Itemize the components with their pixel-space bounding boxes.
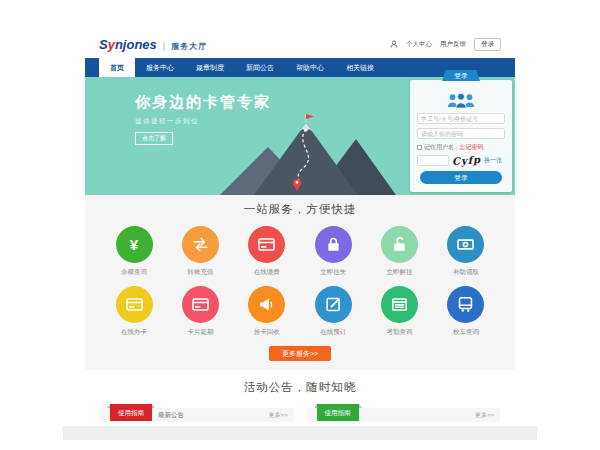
user-icon bbox=[390, 40, 398, 48]
captcha-image[interactable]: Cyfp bbox=[452, 154, 482, 167]
bus-icon bbox=[447, 286, 484, 323]
services-row-1: ¥ 余额查询 转账充值 在线缴费 立即挂失 bbox=[85, 226, 515, 277]
announcement-panels: 使用指南 最新公告 更多>> 使用指南 更多>> bbox=[85, 408, 515, 422]
service-item-school-bus[interactable]: 校车查询 bbox=[443, 286, 489, 337]
usage-guide-ribbon[interactable]: 使用指南 bbox=[317, 404, 359, 421]
service-item-unfreeze[interactable]: 立即解挂 bbox=[377, 226, 423, 277]
usage-guide-ribbon[interactable]: 使用指南 bbox=[110, 404, 152, 421]
brand-divider: | bbox=[163, 41, 166, 51]
panel-right-header: 使用指南 更多>> bbox=[307, 408, 501, 422]
service-item-transfer[interactable]: 转账充值 bbox=[177, 226, 223, 277]
megaphone-icon bbox=[248, 286, 285, 323]
service-item-card-renewal[interactable]: 卡片延期 bbox=[177, 286, 223, 337]
card-icon bbox=[248, 226, 285, 263]
topbar: Synjones | 服务大厅 个人中心 用户反馈 登录 bbox=[85, 30, 515, 58]
list-icon bbox=[381, 286, 418, 323]
nav-item-home[interactable]: 首页 bbox=[99, 58, 135, 77]
transfer-icon bbox=[182, 226, 219, 263]
more-link-left[interactable]: 更多>> bbox=[268, 411, 287, 420]
bottom-band bbox=[63, 426, 537, 440]
users-group-icon bbox=[442, 92, 480, 109]
change-captcha-link[interactable]: 换一张 bbox=[484, 156, 502, 165]
service-item-online-booking[interactable]: 在线预订 bbox=[310, 286, 356, 337]
hero-cta-button[interactable]: 点击了解 bbox=[135, 132, 173, 145]
services-section-title: 一站服务，方便快捷 bbox=[85, 202, 515, 217]
captcha-row: Cyfp 换一张 bbox=[417, 155, 505, 166]
nav-item-regulations[interactable]: 规章制度 bbox=[185, 58, 235, 77]
topbar-link-user-feedback[interactable]: 用户反馈 bbox=[440, 40, 466, 49]
service-item-online-payment[interactable]: 在线缴费 bbox=[244, 226, 290, 277]
topbar-link-personal-center[interactable]: 个人中心 bbox=[406, 40, 432, 49]
card-icon bbox=[116, 286, 153, 323]
panel-left-header: 使用指南 最新公告 更多>> bbox=[100, 408, 294, 422]
announcement-panel-right: 使用指南 更多>> bbox=[307, 408, 501, 422]
service-item-report-loss[interactable]: 立即挂失 bbox=[310, 226, 356, 277]
yen-icon: ¥ bbox=[116, 226, 153, 263]
latest-announcements-tab[interactable]: 最新公告 bbox=[158, 411, 184, 420]
service-item-apply-card[interactable]: 在线办卡 bbox=[111, 286, 157, 337]
nav-item-news[interactable]: 新闻公告 bbox=[235, 58, 285, 77]
nav-item-help-center[interactable]: 帮助中心 bbox=[285, 58, 335, 77]
captcha-input[interactable] bbox=[417, 155, 449, 166]
hero-banner: 你身边的卡管专家 提供捷径一步到位 点击了解 登录 bbox=[85, 77, 515, 195]
remember-checkbox[interactable] bbox=[417, 145, 422, 150]
site-name: 服务大厅 bbox=[171, 41, 207, 52]
forgot-password-link[interactable]: 忘记密码 bbox=[460, 143, 484, 152]
remember-row: 记住用户名 | 忘记密码 bbox=[417, 143, 505, 152]
service-item-balance[interactable]: ¥ 余额查询 bbox=[111, 226, 157, 277]
login-submit-button[interactable]: 登录 bbox=[420, 171, 502, 184]
more-link-right[interactable]: 更多>> bbox=[475, 411, 494, 420]
services-row-2: 在线办卡 卡片延期 拾卡回收 在线预订 bbox=[85, 286, 515, 337]
password-input[interactable] bbox=[417, 128, 505, 139]
announcement-panel-left: 使用指南 最新公告 更多>> bbox=[100, 408, 294, 422]
hero-text: 你身边的卡管专家 提供捷径一步到位 点击了解 bbox=[135, 93, 271, 145]
banknote-icon bbox=[447, 226, 484, 263]
topbar-login-button[interactable]: 登录 bbox=[474, 38, 501, 51]
login-tab[interactable]: 登录 bbox=[442, 70, 480, 81]
username-input[interactable] bbox=[417, 113, 505, 124]
unlock-icon bbox=[381, 226, 418, 263]
lock-icon bbox=[315, 226, 352, 263]
logo-text-suffix: njones bbox=[115, 37, 157, 52]
remember-label: 记住用户名 bbox=[424, 143, 454, 152]
service-item-lost-card-recycle[interactable]: 拾卡回收 bbox=[244, 286, 290, 337]
login-panel: 登录 记住用户名 | 忘记密码 Cyfp 换一张 登 bbox=[410, 80, 512, 192]
remember-separator: | bbox=[456, 145, 458, 151]
announcements-section: 活动公告，随时知晓 使用指南 最新公告 更多>> 使用指南 更多>> bbox=[85, 370, 515, 440]
more-services-button[interactable]: 更多服务>> bbox=[269, 346, 331, 361]
logo-accent-letter: y bbox=[108, 37, 115, 52]
nav-item-service-center[interactable]: 服务中心 bbox=[135, 58, 185, 77]
services-section: 一站服务，方便快捷 ¥ 余额查询 转账充值 在线缴费 bbox=[85, 195, 515, 370]
hero-title: 你身边的卡管专家 bbox=[135, 93, 271, 112]
edit-icon bbox=[315, 286, 352, 323]
hero-subtitle: 提供捷径一步到位 bbox=[135, 117, 271, 126]
service-item-subsidy[interactable]: 补助领取 bbox=[443, 226, 489, 277]
card-icon bbox=[182, 286, 219, 323]
site-page: Synjones | 服务大厅 个人中心 用户反馈 登录 首页 服务中心 规章制… bbox=[85, 30, 515, 440]
announcements-title: 活动公告，随时知晓 bbox=[85, 380, 515, 395]
brand-logo[interactable]: Synjones | 服务大厅 bbox=[99, 37, 207, 52]
topbar-right: 个人中心 用户反馈 登录 bbox=[390, 38, 501, 51]
logo-text-prefix: S bbox=[99, 37, 108, 52]
service-item-attendance[interactable]: 考勤查询 bbox=[377, 286, 423, 337]
nav-item-links[interactable]: 相关链接 bbox=[335, 58, 385, 77]
